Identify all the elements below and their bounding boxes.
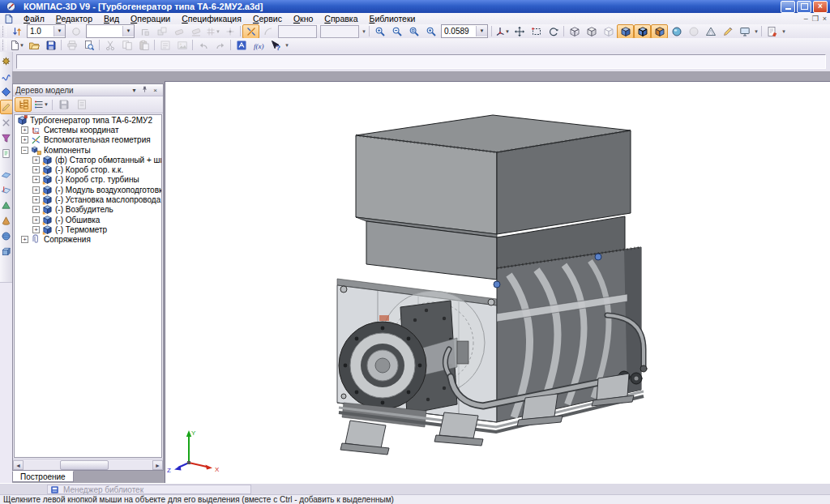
state-combo[interactable]: ▼: [86, 24, 135, 38]
current-state-button[interactable]: [67, 24, 84, 39]
expand-toggle[interactable]: +: [21, 126, 28, 134]
measurements-button[interactable]: [0, 115, 13, 130]
expand-toggle[interactable]: +: [32, 226, 40, 233]
simplified-display-button[interactable]: [668, 24, 685, 39]
toolbar-grip[interactable]: [2, 26, 6, 36]
tab-construction[interactable]: Построение: [12, 471, 74, 482]
refresh-image-button[interactable]: [736, 24, 753, 39]
layers-button[interactable]: [153, 24, 170, 39]
shading-button[interactable]: [617, 24, 634, 39]
specification-button[interactable]: [0, 146, 13, 160]
model-tree-header[interactable]: Дерево модели ▾ ×: [13, 84, 163, 96]
expand-toggle[interactable]: +: [21, 236, 28, 243]
ortho-snap-button[interactable]: [242, 24, 259, 39]
tree-structure-button[interactable]: ▼: [32, 97, 49, 112]
child-close-button[interactable]: ×: [823, 14, 827, 23]
scale-combo[interactable]: 1.0▼: [27, 24, 66, 38]
scroll-left-arrow[interactable]: ◄: [13, 460, 24, 470]
zoom-in-button[interactable]: [371, 24, 388, 39]
local-cs-button[interactable]: [136, 24, 153, 39]
expand-toggle[interactable]: +: [32, 156, 40, 164]
sketch-mode-button[interactable]: [719, 24, 736, 39]
scroll-thumb[interactable]: [60, 460, 109, 470]
panel-pin-icon[interactable]: [139, 86, 150, 95]
section-display-button[interactable]: [651, 24, 668, 39]
menu-5[interactable]: Сервис: [247, 14, 288, 23]
zoom-frame-button[interactable]: [528, 24, 545, 39]
tree-item[interactable]: +(-) Короб стор. к.к.: [15, 164, 161, 174]
combo-dropdown-icon[interactable]: ▼: [53, 26, 65, 36]
tree-item[interactable]: +(-) Короб стр. турбины: [15, 175, 161, 185]
tree-relations-button[interactable]: [73, 97, 90, 112]
menu-7[interactable]: Справка: [319, 14, 363, 23]
offset-plane-button[interactable]: [0, 182, 13, 197]
simplified-off-button[interactable]: [685, 24, 702, 39]
tree-item[interactable]: +Вспомогательная геометрия: [15, 135, 161, 145]
variables-button[interactable]: [233, 38, 250, 53]
collapse-toggle[interactable]: −: [21, 147, 28, 154]
shading-with-edges-button[interactable]: [634, 24, 651, 39]
properties-button[interactable]: [156, 38, 173, 53]
document-check-button[interactable]: [764, 24, 781, 39]
redo-button[interactable]: [212, 38, 229, 53]
hidden-lines-thin-button[interactable]: [600, 24, 617, 39]
scroll-track[interactable]: [24, 460, 152, 470]
tree-item[interactable]: +(-) Возбудитель: [15, 205, 161, 215]
tree-item[interactable]: +(-) Обшивка: [15, 215, 161, 224]
menu-3[interactable]: Операции: [125, 14, 176, 23]
erase-all-aux-button[interactable]: [187, 24, 204, 39]
tree-item[interactable]: +(-) Термометр: [15, 224, 161, 234]
sphere-feature-button[interactable]: [0, 229, 13, 243]
tree-item[interactable]: +Сопряжения: [15, 235, 161, 245]
hidden-lines-removed-button[interactable]: [583, 24, 600, 39]
pan-view-button[interactable]: [511, 24, 528, 39]
tree-item[interactable]: +(-) Модуль воздухоподготовки и рециркул: [15, 185, 161, 194]
coord-y-field[interactable]: [320, 25, 359, 38]
menu-8[interactable]: Библиотеки: [364, 14, 421, 23]
child-restore-button[interactable]: ❒: [812, 14, 819, 23]
expressions-button[interactable]: f(x): [250, 38, 267, 53]
snap-point-button[interactable]: [221, 24, 238, 39]
tree-item[interactable]: +(ф) Статор обмотанный + шины + ротор: [15, 155, 161, 164]
boss-feature-button[interactable]: [0, 244, 13, 258]
insert-image-button[interactable]: [173, 38, 190, 53]
print-preview-button[interactable]: [80, 38, 97, 53]
zoom-out-button[interactable]: [388, 24, 405, 39]
paste-button[interactable]: [135, 38, 152, 53]
perspective-button[interactable]: [702, 24, 719, 39]
cut-button[interactable]: [101, 38, 118, 53]
print-button[interactable]: [63, 38, 80, 53]
toolbar-overflow-icon[interactable]: ▾: [781, 28, 787, 35]
toolbar-overflow-icon[interactable]: ▾: [284, 42, 290, 49]
toolbar-overflow-icon[interactable]: ▾: [753, 28, 759, 35]
expand-toggle[interactable]: +: [32, 196, 40, 203]
tree-view-button[interactable]: [15, 97, 32, 112]
orientation-button[interactable]: ▼: [494, 24, 511, 39]
filters-button[interactable]: [0, 130, 13, 145]
toolbar-grip[interactable]: [2, 40, 6, 50]
tree-item[interactable]: +(-) Установка маслопровода: [15, 194, 161, 204]
combo-dropdown-icon[interactable]: ▼: [122, 26, 134, 36]
combo-dropdown-icon[interactable]: ▼: [476, 26, 487, 36]
edit-part-button[interactable]: [0, 53, 13, 68]
menu-6[interactable]: Окно: [288, 14, 319, 23]
context-help-button[interactable]: ?: [267, 38, 284, 53]
scroll-right-arrow[interactable]: ►: [152, 460, 163, 470]
expand-toggle[interactable]: +: [32, 186, 40, 194]
rebuild-button[interactable]: [8, 24, 25, 39]
tree-item[interactable]: Турбогенератор типа ТА-6-2МУ2: [15, 115, 161, 125]
space-curves-button[interactable]: [0, 69, 13, 83]
grid-button[interactable]: ▼: [204, 24, 221, 39]
zoom-scale-combo[interactable]: 0.0589▼: [441, 24, 488, 38]
model-turbogenerator[interactable]: Y X Z: [165, 82, 830, 488]
rotate-view-button[interactable]: [545, 24, 562, 39]
rounding-button[interactable]: [259, 24, 276, 39]
expand-toggle[interactable]: +: [32, 176, 40, 183]
library-manager-button[interactable]: Менеджер библиотек: [47, 485, 251, 494]
viewport-canvas[interactable]: Y X Z: [165, 81, 830, 488]
tree-report-button[interactable]: [55, 97, 72, 112]
panel-close-icon[interactable]: ×: [150, 87, 160, 94]
expand-toggle[interactable]: +: [21, 136, 28, 143]
auxiliary-geometry-button[interactable]: [0, 100, 13, 114]
revolve-feature-button[interactable]: [0, 213, 13, 228]
